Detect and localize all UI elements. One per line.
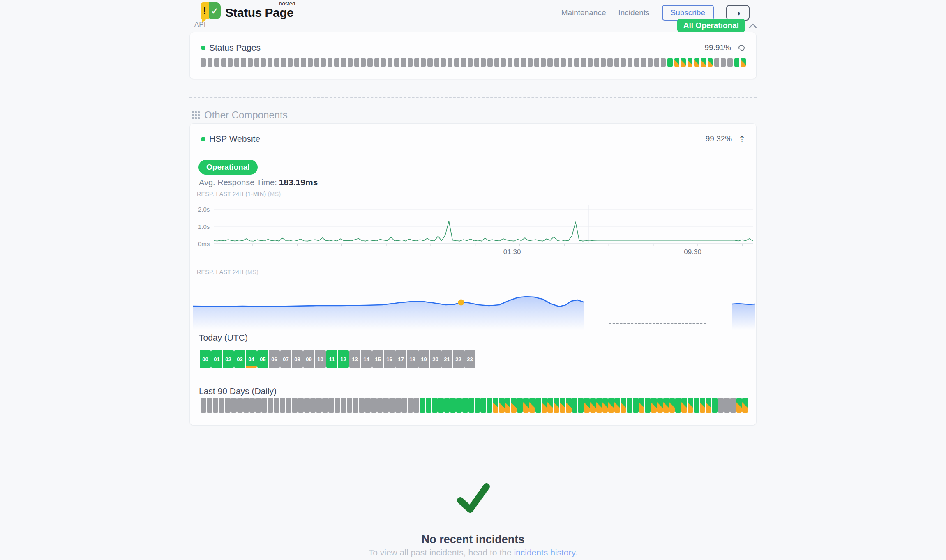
- status-bar: [354, 58, 359, 67]
- status-bar: [714, 58, 719, 67]
- status-bar: [574, 58, 579, 67]
- status-bar: [421, 58, 426, 67]
- status-bar: [427, 58, 432, 67]
- big-check-icon: [455, 481, 491, 516]
- status-bar: [701, 58, 706, 67]
- uptime-bar-strip: [201, 58, 746, 67]
- status-bar: [221, 58, 226, 67]
- status-bar: [621, 398, 626, 413]
- status-bar: [572, 398, 578, 413]
- status-bar: [395, 398, 401, 413]
- status-bar: [408, 58, 413, 67]
- status-bar: [371, 398, 377, 413]
- status-bar: [534, 58, 539, 67]
- avg-response-time: Avg. Response Time:183.19ms: [199, 177, 318, 187]
- status-bar: [499, 398, 505, 413]
- status-bar: [588, 58, 593, 67]
- trend-up-icon: ⇡: [738, 134, 745, 144]
- hour-block: 09: [303, 350, 314, 368]
- incidents-history-link[interactable]: incidents history.: [514, 548, 577, 557]
- status-bar: [480, 398, 486, 413]
- x-axis-label: 09:30: [684, 248, 701, 256]
- hour-block: 13: [349, 350, 360, 368]
- status-bar: [341, 398, 346, 413]
- status-bar: [274, 398, 279, 413]
- status-bar: [381, 58, 386, 67]
- status-bar: [348, 58, 353, 67]
- status-bar: [462, 398, 468, 413]
- status-bar: [225, 398, 231, 413]
- status-bar: [700, 398, 706, 413]
- status-bar: [633, 398, 639, 413]
- section-title-api: API: [194, 21, 205, 29]
- status-bar: [248, 58, 253, 67]
- status-bar: [438, 398, 444, 413]
- status-bar: [374, 58, 379, 67]
- check-icon: ✓: [209, 2, 221, 19]
- status-bar: [213, 398, 219, 413]
- status-bar: [367, 58, 372, 67]
- status-bar: [394, 58, 399, 67]
- status-bar: [286, 398, 291, 413]
- subscribe-button[interactable]: Subscribe: [662, 5, 714, 21]
- header: ! ✓ Status Page hosted Maintenance Incid…: [0, 0, 946, 24]
- status-bar: [554, 398, 559, 413]
- status-bar: [301, 58, 306, 67]
- nav-maintenance[interactable]: Maintenance: [561, 8, 606, 17]
- status-bar: [461, 58, 466, 67]
- status-bar: [654, 58, 659, 67]
- status-bar: [566, 398, 572, 413]
- brand-logo[interactable]: ! ✓ Status Page hosted: [201, 2, 293, 22]
- hour-block: 00: [200, 350, 211, 368]
- nav-incidents[interactable]: Incidents: [618, 8, 649, 17]
- status-bar: [208, 58, 212, 67]
- status-bar: [456, 398, 462, 413]
- status-bar: [501, 58, 506, 67]
- status-bar: [228, 58, 233, 67]
- hour-block: 01: [211, 350, 222, 368]
- status-bar: [541, 58, 546, 67]
- status-bar: [547, 58, 552, 67]
- status-bar: [511, 398, 517, 413]
- api-card: Status Pages 99.91%: [189, 32, 757, 79]
- status-bar: [542, 398, 547, 413]
- status-bar: [602, 398, 608, 413]
- status-bar: [681, 58, 686, 67]
- status-bar: [481, 58, 486, 67]
- status-bar: [444, 398, 450, 413]
- status-bar: [243, 398, 249, 413]
- status-bar: [521, 58, 526, 67]
- status-bar: [268, 398, 273, 413]
- hour-block: 04: [246, 350, 257, 368]
- hour-block: 19: [418, 350, 429, 368]
- status-bar: [448, 58, 452, 67]
- operational-badge: Operational: [198, 160, 258, 175]
- status-bar: [608, 398, 614, 413]
- refresh-button[interactable]: [738, 44, 745, 52]
- status-bar: [681, 398, 687, 413]
- status-bar: [361, 58, 366, 67]
- theme-toggle-button[interactable]: ◑: [726, 5, 750, 21]
- status-bar: [335, 398, 340, 413]
- status-bar: [674, 58, 679, 67]
- status-bar: [736, 398, 742, 413]
- half-circle-icon: ◑: [735, 9, 741, 17]
- status-bar: [590, 398, 596, 413]
- status-bar: [621, 58, 626, 67]
- status-bar: [475, 398, 480, 413]
- brand-superscript: hosted: [279, 0, 295, 7]
- status-bar: [669, 398, 675, 413]
- brand-logo-icon: ! ✓: [201, 2, 221, 22]
- status-bar: [712, 398, 718, 413]
- chevron-up-icon[interactable]: [749, 23, 757, 28]
- status-bar: [414, 58, 419, 67]
- status-dot: [201, 137, 205, 141]
- status-bar: [505, 398, 511, 413]
- exclamation-icon: !: [201, 2, 209, 19]
- status-bar: [724, 398, 730, 413]
- status-bar: [281, 58, 286, 67]
- status-bar: [454, 58, 459, 67]
- status-bar: [207, 398, 212, 413]
- status-bar: [641, 58, 646, 67]
- subtitle-text: To view all past incidents, head to the: [369, 548, 514, 557]
